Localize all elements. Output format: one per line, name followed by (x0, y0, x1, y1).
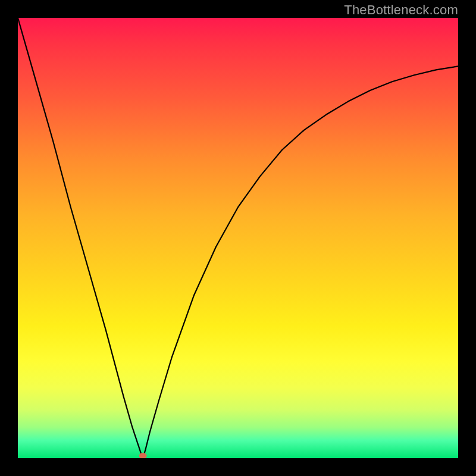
bottleneck-curve (18, 18, 458, 458)
watermark: TheBottleneck.com (344, 2, 458, 18)
plot-area (18, 18, 458, 458)
curve-layer (18, 18, 458, 458)
min-marker (139, 453, 147, 458)
chart-frame: TheBottleneck.com (0, 0, 476, 476)
chart-svg (18, 18, 458, 458)
